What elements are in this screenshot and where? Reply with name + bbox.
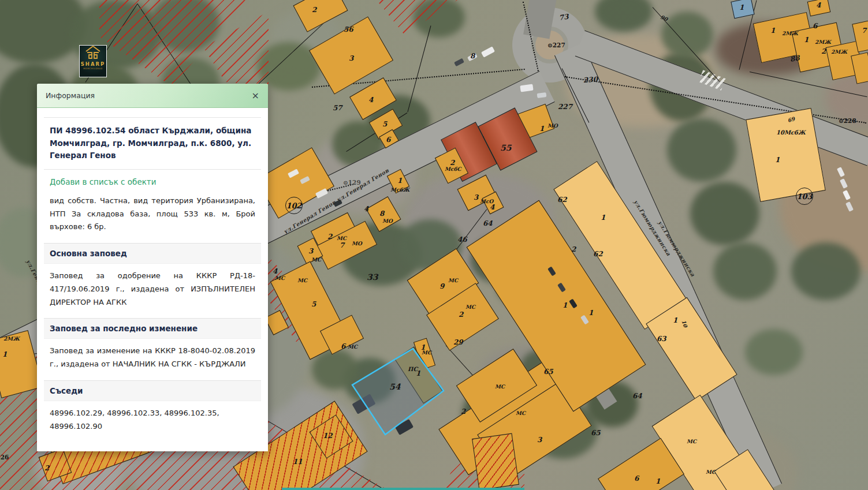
map-label: 3 bbox=[537, 436, 542, 444]
sharp-logo-emblem bbox=[84, 46, 102, 61]
tree bbox=[791, 242, 860, 300]
quarter-number-circle: 102 bbox=[285, 197, 303, 214]
map-label: ⊙228 bbox=[839, 117, 856, 124]
map-label: 2 bbox=[450, 159, 455, 167]
map-label: 9 bbox=[439, 282, 444, 290]
map-label: 1 bbox=[775, 156, 780, 164]
map-label: 55 bbox=[500, 143, 511, 152]
map-label: 1 bbox=[539, 125, 544, 133]
map-label: 3 bbox=[349, 54, 353, 62]
map-label: 4 bbox=[273, 267, 277, 275]
map-label: 8 bbox=[470, 52, 475, 60]
vehicle bbox=[520, 84, 533, 92]
map-label: 7 bbox=[862, 27, 866, 35]
map-edge-strip bbox=[282, 488, 524, 490]
parcel-title: ПИ 48996.102.54 област Кърджали, община … bbox=[44, 117, 261, 170]
map-label: 88 bbox=[789, 54, 800, 63]
map-label: 56 bbox=[344, 25, 353, 33]
vehicle bbox=[481, 46, 495, 57]
map-label: 3 bbox=[474, 193, 478, 201]
map-label: 62 bbox=[557, 196, 567, 204]
map-label: МС bbox=[516, 410, 526, 416]
map-label: 2 bbox=[461, 407, 465, 416]
map-label: 1 bbox=[2, 350, 7, 358]
map-label: 8 bbox=[379, 210, 384, 218]
map-label: 2 bbox=[571, 245, 576, 253]
map-label: МО bbox=[382, 218, 393, 224]
map-label: 2 bbox=[821, 47, 826, 55]
map-label: МС bbox=[687, 439, 696, 444]
map-label: 1 bbox=[804, 36, 809, 44]
map-label: МО bbox=[352, 241, 362, 246]
map-label: 2 bbox=[327, 233, 332, 241]
map-label: МС bbox=[465, 304, 475, 310]
popup-body: ПИ 48996.102.54 област Кърджали, община … bbox=[37, 108, 268, 451]
parcel-boundary-line bbox=[407, 25, 431, 112]
map-label: 7 bbox=[340, 241, 344, 249]
map-label: МС bbox=[348, 344, 357, 350]
section-neighbours: Съседи bbox=[44, 380, 261, 401]
map-label: 5 bbox=[311, 300, 316, 308]
map-label: 230 bbox=[583, 75, 598, 84]
map-label: 1 bbox=[416, 369, 420, 377]
section-last-amendment: Заповед за последно изменение bbox=[44, 318, 261, 339]
map-label: 2МЖ bbox=[815, 39, 831, 45]
map-label: 5 bbox=[382, 120, 387, 128]
popup-header: Информация × bbox=[37, 84, 268, 108]
map-label: 12 bbox=[323, 432, 333, 440]
map-building[interactable] bbox=[472, 433, 519, 490]
map-label: 65 bbox=[543, 368, 553, 376]
map-label: МС bbox=[706, 469, 716, 475]
sharp-logo: SHARP MOMCHILGRAD bbox=[79, 45, 107, 77]
map-label: 4 bbox=[816, 1, 821, 9]
map-label: 63 bbox=[657, 335, 666, 343]
main-order-text: Заповед за одобрение на КККР РД-18-417/1… bbox=[44, 264, 261, 315]
map-label: ⊙26 bbox=[0, 454, 9, 461]
map-label: МС bbox=[337, 235, 347, 241]
info-popup: Информация × ПИ 48996.102.54 област Кърд… bbox=[37, 84, 268, 451]
map-label: 1 bbox=[397, 177, 402, 185]
map-label: 2МЖ bbox=[831, 49, 847, 55]
map-label: 1 bbox=[739, 3, 744, 12]
map-label: МС bbox=[297, 278, 307, 283]
tree bbox=[595, 0, 653, 32]
map-label: МС bbox=[448, 278, 458, 283]
map-label: 1 bbox=[562, 301, 567, 309]
map-label: ⊙227 bbox=[547, 42, 565, 48]
tree bbox=[413, 0, 465, 38]
parcel-properties: вид собств. Частна, вид територия Урбани… bbox=[44, 189, 261, 240]
close-icon[interactable]: × bbox=[252, 91, 259, 100]
map-label: 1 bbox=[601, 214, 605, 222]
neighbours-text: 48996.102.29, 48996.102.33, 48996.102.35… bbox=[44, 401, 261, 439]
map-label: 64 bbox=[483, 219, 493, 227]
map-label: МС bbox=[275, 275, 285, 281]
map-label: 6 bbox=[813, 22, 817, 30]
map-label: 2 bbox=[44, 464, 49, 472]
vehicle bbox=[454, 58, 464, 67]
quarter-number-circle: 103 bbox=[796, 188, 813, 205]
map-label: 2 bbox=[312, 6, 316, 14]
tree bbox=[667, 118, 736, 182]
map-label: 73 bbox=[558, 13, 569, 22]
map-label: 33 bbox=[367, 272, 378, 282]
map-label: МО bbox=[547, 123, 558, 129]
map-label: 46 bbox=[457, 235, 467, 244]
map-label: 4 bbox=[368, 96, 373, 104]
map-label: 65 bbox=[591, 429, 601, 437]
map-label: 2МЖ bbox=[782, 31, 798, 36]
popup-title: Информация bbox=[46, 91, 95, 100]
map-label: 2МЖ bbox=[3, 336, 20, 342]
map-label: 62 bbox=[593, 250, 603, 258]
tree bbox=[713, 242, 777, 300]
map-label: МС bbox=[311, 257, 321, 263]
map-label: 4 bbox=[364, 205, 368, 213]
tree bbox=[150, 0, 219, 52]
map-label: 10МсбЖ bbox=[776, 129, 806, 136]
map-label: МС bbox=[422, 350, 431, 356]
map-label: 11 bbox=[293, 458, 303, 466]
logo-brand-text: SHARP bbox=[81, 61, 106, 67]
map-label: МС bbox=[495, 384, 505, 390]
add-to-list-link[interactable]: Добави в списък с обекти bbox=[44, 170, 261, 189]
tree bbox=[661, 12, 713, 58]
map-building[interactable] bbox=[746, 108, 825, 202]
